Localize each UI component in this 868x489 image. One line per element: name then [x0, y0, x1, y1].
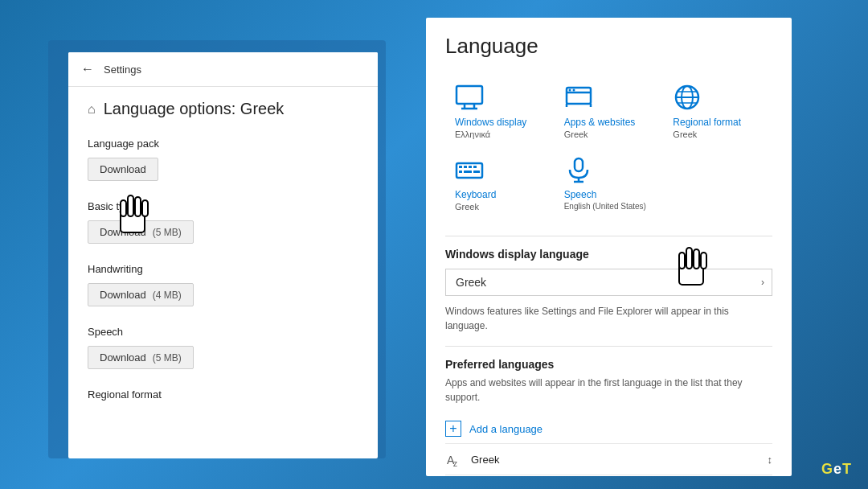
display-language-heading: Windows display language — [445, 248, 772, 261]
svg-point-12 — [572, 89, 575, 92]
language-pack-section: Language pack Download — [88, 138, 358, 184]
settings-content: ⌂ Language options: Greek Language pack … — [68, 87, 378, 429]
svg-rect-26 — [464, 171, 472, 173]
windows-display-sublabel: Ελληνικά — [455, 129, 490, 139]
svg-rect-27 — [473, 171, 480, 173]
greek-language-row: A z Greek ↕ — [445, 444, 772, 475]
settings-panel: ← Settings ⌂ Language options: Greek Lan… — [68, 52, 378, 458]
back-button[interactable]: ← — [81, 62, 94, 76]
add-language-row[interactable]: + Add a language — [445, 414, 772, 444]
divider-1 — [445, 236, 772, 236]
regional-format-item[interactable]: Regional format Greek — [663, 75, 772, 147]
basic-typing-section: Basic typing Download (5 MB) — [88, 200, 358, 247]
svg-rect-5 — [457, 86, 482, 104]
language-icons-grid: Windows display Ελληνικά Apps & websites… — [445, 75, 772, 220]
speech-label: Speech — [88, 326, 358, 338]
page-title-row: ⌂ Language options: Greek — [88, 100, 358, 118]
svg-rect-21 — [459, 166, 462, 168]
handwriting-label: Handwriting — [88, 263, 358, 275]
language-pack-label: Language pack — [88, 138, 358, 150]
language-pack-download-button[interactable]: Download — [88, 158, 158, 181]
titlebar: ← Settings — [68, 52, 378, 87]
keyboard-sublabel: Greek — [455, 202, 479, 212]
svg-rect-23 — [469, 166, 472, 168]
svg-rect-22 — [464, 166, 467, 168]
preferred-languages-desc: Apps and websites will appear in the fir… — [445, 376, 772, 405]
language-panel: Language Windows display Ελληνικά — [426, 18, 792, 476]
language-content: Language Windows display Ελληνικά — [426, 18, 792, 476]
preferred-languages-heading: Preferred languages — [445, 358, 772, 371]
regional-format-icon — [673, 83, 702, 112]
svg-rect-28 — [575, 158, 583, 171]
handwriting-download-button[interactable]: Download (4 MB) — [88, 283, 194, 306]
regional-format-sublabel: Greek — [673, 129, 697, 139]
display-language-dropdown-container: Greek › — [445, 269, 772, 296]
windows-display-icon — [455, 83, 484, 112]
speech-section: Speech Download (5 MB) — [88, 326, 358, 372]
regional-format-section: Regional format — [88, 388, 358, 401]
plus-icon: + — [445, 421, 461, 437]
apps-websites-sublabel: Greek — [564, 129, 588, 139]
regional-format-title: Regional format — [673, 117, 741, 128]
greek-row-icons: ↕ — [768, 454, 773, 466]
speech-item[interactable]: Speech English (United States) — [555, 147, 664, 220]
greek-move-icon[interactable]: ↕ — [768, 454, 773, 466]
apps-websites-icon — [564, 83, 593, 112]
greek-row-left: A z Greek — [445, 450, 499, 468]
speech-sublabel: English (United States) — [564, 202, 646, 211]
svg-point-11 — [568, 89, 571, 92]
apps-websites-item[interactable]: Apps & websites Greek — [555, 75, 664, 147]
basic-typing-label: Basic typing — [88, 200, 358, 212]
regional-format-label: Regional format — [88, 388, 358, 401]
greek-name: Greek — [471, 454, 499, 466]
apps-websites-title: Apps & websites — [564, 117, 636, 128]
page-title-text: Language options: Greek — [104, 100, 285, 118]
windows-display-item[interactable]: Windows display Ελληνικά — [445, 75, 555, 147]
language-main-title: Language — [445, 34, 772, 59]
keyboard-title: Keyboard — [455, 189, 496, 200]
svg-rect-25 — [459, 171, 462, 173]
display-language-dropdown[interactable]: Greek — [445, 269, 772, 296]
basic-typing-size: (5 MB) — [153, 227, 182, 238]
handwriting-size: (4 MB) — [153, 290, 182, 301]
divider-2 — [445, 346, 772, 347]
watermark: GeT — [821, 461, 852, 478]
home-icon: ⌂ — [88, 102, 96, 117]
greek-letter-icon: A z — [445, 450, 463, 468]
basic-typing-download-button[interactable]: Download (5 MB) — [88, 220, 194, 244]
english-language-row: A z English (United States) ↕ ⊕ ↑ ↓ ✕ — [445, 475, 772, 476]
speech-title: Speech — [564, 189, 597, 200]
display-language-description: Windows features like Settings and File … — [445, 304, 772, 333]
speech-icon — [564, 155, 593, 184]
svg-text:z: z — [453, 459, 457, 468]
add-language-label: Add a language — [469, 423, 542, 435]
speech-download-button[interactable]: Download (5 MB) — [88, 346, 194, 369]
keyboard-item[interactable]: Keyboard Greek — [445, 147, 555, 220]
handwriting-section: Handwriting Download (4 MB) — [88, 263, 358, 310]
svg-rect-24 — [473, 166, 477, 168]
speech-size: (5 MB) — [153, 352, 182, 364]
settings-title-label: Settings — [104, 64, 141, 76]
windows-display-title: Windows display — [455, 117, 526, 128]
keyboard-icon — [455, 155, 484, 184]
